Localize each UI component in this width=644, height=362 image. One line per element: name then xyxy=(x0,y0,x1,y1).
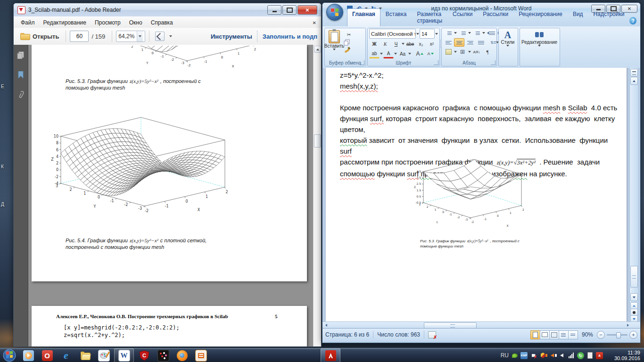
ruler-toggle-icon[interactable] xyxy=(630,69,638,77)
highlight-button[interactable]: ab xyxy=(369,49,380,58)
page-thumbnails-icon[interactable] xyxy=(17,51,25,59)
word-vertical-scrollbar[interactable] xyxy=(629,68,638,321)
borders-icon[interactable]: ⊞ xyxy=(457,48,468,56)
taskbar-opera-icon[interactable]: O xyxy=(38,349,57,362)
ribbon-tab-Ссылки[interactable]: Ссылки xyxy=(447,8,478,26)
pdf-page-2[interactable]: Алексеев Е.Р., Чеснокова О.В. Построение… xyxy=(32,306,307,346)
justify-icon[interactable] xyxy=(476,38,486,47)
taskbar-paint-icon[interactable] xyxy=(94,349,113,362)
desktop-icon-label[interactable]: К xyxy=(1,164,4,169)
restore-button[interactable] xyxy=(282,5,297,15)
close-button[interactable]: ✕ xyxy=(297,5,317,15)
taskbar-wmp-icon[interactable] xyxy=(19,349,38,362)
reader-vertical-scrollbar[interactable] xyxy=(313,45,321,346)
clipboard-tray-icon[interactable] xyxy=(586,352,594,359)
reader-menu-item[interactable]: Окно xyxy=(125,18,147,27)
grow-font-button[interactable]: А xyxy=(414,49,425,58)
reader-scroll-thumb[interactable] xyxy=(314,134,321,148)
fit-page-icon[interactable] xyxy=(155,32,165,41)
styles-button[interactable]: А Стили xyxy=(499,28,517,47)
zoom-out-icon[interactable]: − xyxy=(597,331,605,339)
zoom-control[interactable]: 64,2% xyxy=(116,31,145,42)
nvidia-tray-icon[interactable] xyxy=(511,352,518,359)
cut-icon[interactable]: ✂ xyxy=(344,30,354,39)
taskbar-word-icon[interactable]: W xyxy=(114,348,134,362)
paragraph-launcher-icon[interactable] xyxy=(491,60,495,65)
draft-view-icon[interactable] xyxy=(568,330,578,339)
action-center-flag-icon[interactable]: ✗ xyxy=(530,352,537,359)
pilcrow-button[interactable]: ¶ xyxy=(482,48,493,56)
ribbon-tab-Вид[interactable]: Вид xyxy=(568,8,588,26)
ribbon-tab-Главная[interactable]: Главная xyxy=(347,8,380,26)
language-indicator[interactable]: RU xyxy=(501,352,509,359)
italic-button[interactable]: К xyxy=(380,40,390,48)
pdf-tray-icon[interactable]: A xyxy=(596,352,603,359)
taskbar-dots-app-icon[interactable] xyxy=(154,349,173,362)
word-horizontal-scrollbar[interactable] xyxy=(322,321,640,329)
doc-line[interactable]: который зависит от значения функции в уз… xyxy=(340,135,620,156)
minimize-button[interactable] xyxy=(267,5,281,15)
strikethrough-button[interactable]: abe xyxy=(405,40,415,48)
doc-line[interactable]: z=5*y.^2-x.^2; xyxy=(340,70,620,81)
taskbar-firefox-icon[interactable] xyxy=(173,349,191,362)
desktop-icon-label[interactable]: Е xyxy=(1,84,4,89)
bullet-list-icon[interactable] xyxy=(443,29,454,37)
ribbon-tab-Разметка страницы[interactable]: Разметка страницы xyxy=(412,8,447,26)
spellcheck-icon[interactable] xyxy=(428,331,436,338)
reader-titlebar[interactable]: 3_Scilab-manual.pdf - Adobe Reader ✕ xyxy=(14,3,321,16)
numbered-list-icon[interactable] xyxy=(457,29,468,37)
hscroll-left-icon[interactable] xyxy=(323,323,329,328)
bold-button[interactable]: Ж xyxy=(369,40,380,48)
align-center-icon[interactable] xyxy=(454,38,464,47)
word-scroll-thumb[interactable] xyxy=(630,266,638,288)
scroll-up-icon[interactable] xyxy=(314,46,321,53)
taskbar-ie-icon[interactable]: e xyxy=(57,349,75,362)
change-case-button[interactable]: Aa xyxy=(397,49,408,58)
clipboard-launcher-icon[interactable] xyxy=(360,60,364,65)
attachments-icon[interactable] xyxy=(17,91,25,99)
kmplayer-tray-icon[interactable]: KMP xyxy=(520,352,528,359)
ribbon-tab-Рассылки[interactable]: Рассылки xyxy=(478,8,513,26)
word-scroll-up-icon[interactable] xyxy=(630,77,638,85)
word-page[interactable]: z=5*y.^2-x.^2;mesh(x,y,z); Кроме построе… xyxy=(326,68,627,321)
bookmarks-icon[interactable] xyxy=(17,71,25,79)
format-painter-icon[interactable] xyxy=(344,46,350,53)
page-number-input[interactable] xyxy=(70,31,89,42)
start-button[interactable] xyxy=(0,349,19,362)
word-scroll-down-icon[interactable] xyxy=(630,293,638,301)
shrink-font-button[interactable]: А xyxy=(425,49,436,58)
font-color-button[interactable]: А xyxy=(383,49,394,58)
hscroll-right-icon[interactable] xyxy=(625,323,631,328)
desktop-icon-label[interactable]: Д xyxy=(1,202,4,207)
next-page-icon[interactable] xyxy=(630,315,638,321)
editing-button[interactable]: Редактирование xyxy=(520,28,559,47)
web-layout-view-icon[interactable] xyxy=(549,330,559,339)
underline-button[interactable]: Ч xyxy=(391,40,401,48)
taskbar-adobe-reader-icon[interactable] xyxy=(321,348,340,362)
reader-menu-item[interactable]: Просмотр xyxy=(91,18,125,27)
open-button[interactable]: Открыть xyxy=(17,31,62,42)
decrease-indent-icon[interactable] xyxy=(486,29,496,37)
doc-line[interactable]: mesh(x,y,z); xyxy=(340,81,620,91)
sort-button[interactable]: АЯ↓ xyxy=(471,48,482,56)
zoom-slider[interactable] xyxy=(607,334,627,336)
taskbar-comodo-icon[interactable]: C xyxy=(135,349,154,362)
doc-line[interactable] xyxy=(340,91,620,102)
print-layout-view-icon[interactable] xyxy=(530,330,540,339)
font-launcher-icon[interactable] xyxy=(434,60,438,65)
taskbar-explorer-icon[interactable] xyxy=(75,349,94,362)
status-zoom-level[interactable]: 90% xyxy=(582,331,593,338)
fullscreen-reading-view-icon[interactable] xyxy=(540,330,550,339)
toolbar-more-icon[interactable] xyxy=(169,35,172,37)
reader-menu-item[interactable]: Файл xyxy=(17,18,39,27)
subscript-button[interactable]: x₂ xyxy=(416,40,426,48)
network-tray-icon[interactable] xyxy=(568,352,575,359)
superscript-button[interactable]: x² xyxy=(427,40,437,48)
align-right-icon[interactable] xyxy=(465,38,475,47)
font-size-box[interactable]: 14 xyxy=(420,29,435,39)
volume-tray-icon[interactable] xyxy=(558,352,565,359)
doc-line[interactable]: функция surf, которая строит каркасную п… xyxy=(340,113,620,124)
office-button[interactable] xyxy=(326,4,343,21)
reader-menu-item[interactable]: Редактирование xyxy=(39,18,91,27)
status-word-count[interactable]: Число слов: 963 xyxy=(377,331,420,338)
